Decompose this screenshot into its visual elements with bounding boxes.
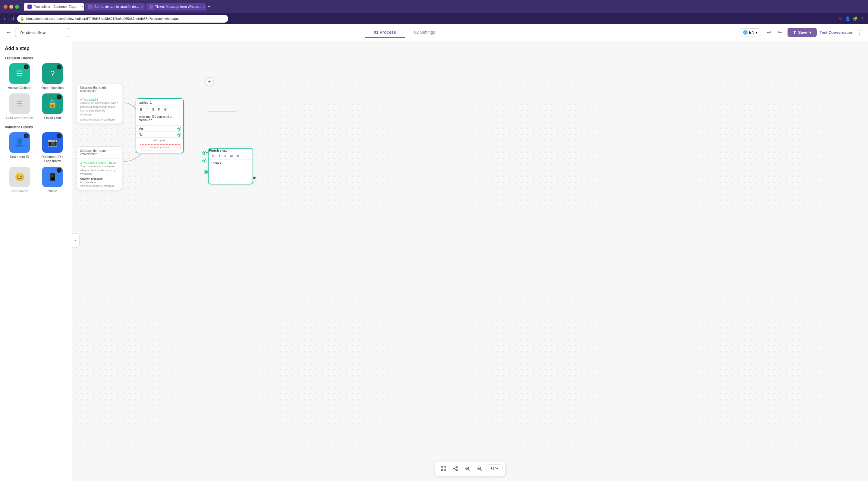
block-finish-chat[interactable]: i 🔒 Finish Chat [38, 93, 67, 120]
block-open-question[interactable]: i ? Open Question [38, 63, 67, 90]
finish-italic-button[interactable]: I [217, 153, 222, 158]
app-header: ← 01 Process 02 Settings 🌐 EN ▾ ↩ ↪ ⬆ Sa… [0, 24, 868, 41]
answer-text-content: welcome, Do you want to continue? [136, 113, 183, 125]
redo-button[interactable]: ↪ [775, 28, 784, 37]
validator-blocks-grid: i 👤 Document ID i 📷 Document ID + Face m… [5, 132, 67, 193]
lang-label: EN [749, 30, 754, 35]
svg-rect-0 [441, 467, 443, 468]
block-face-match[interactable]: 😊 Face match [5, 167, 34, 193]
maximize-traffic-light[interactable] [15, 5, 19, 9]
answer-toolbar: B I S M ⚙ [136, 106, 183, 113]
tab-favicon-flowbuilder [27, 4, 32, 9]
answer-options-icon: ☰ [16, 69, 23, 78]
block-icon-phone: i 📱 [42, 167, 63, 187]
tab-close-centro[interactable]: ✕ [141, 5, 144, 8]
finish-toolbar: B I S M ⚙ [209, 152, 253, 160]
zoom-in-button[interactable] [462, 463, 473, 474]
test-conversation-button[interactable]: Test Conversation [820, 30, 854, 35]
italic-button[interactable]: I [145, 107, 150, 112]
frequent-blocks-grid: i ☰ Answer Options i ? Open Question ☰ D… [5, 63, 67, 120]
tab-label-ticket: Ticket: Message from Whats/… [155, 5, 201, 8]
back-button[interactable]: ← [6, 29, 11, 36]
traffic-lights [4, 5, 19, 9]
save-button[interactable]: ⬆ Save ▾ [787, 28, 816, 37]
profile-icon[interactable]: 👤 [845, 16, 850, 21]
custom-message-value: text_zendesk [80, 181, 119, 184]
finish-chat-icon: 🔒 [48, 99, 57, 108]
undo-button[interactable]: ↩ [764, 28, 774, 37]
sidebar-collapse-toggle[interactable]: ‹ [72, 233, 80, 248]
node-message-start-bottom[interactable]: Message that starts conversation ● Your … [77, 147, 122, 190]
strikethrough-button[interactable]: S [151, 107, 156, 112]
finish-settings-button[interactable]: ⚙ [235, 153, 240, 158]
whatsapp-icon-bottom: ● Your client sends it to you [80, 161, 118, 165]
tab-label-centro: Centro de administración de… [94, 5, 139, 8]
block-icon-finish-chat: i 🔒 [42, 93, 63, 114]
svg-point-5 [453, 468, 455, 469]
tab-flowbuilder[interactable]: Flowbuilder - Customer Enga… ✕ [24, 3, 84, 10]
block-document-id[interactable]: i 👤 Document ID [5, 132, 34, 163]
new-tab-button[interactable]: + [208, 4, 210, 9]
finish-mono-button[interactable]: M [229, 153, 234, 158]
canvas[interactable]: + Message that starts conversation ● You… [72, 41, 868, 481]
option-yes-label: Yes [138, 127, 144, 130]
mono-button[interactable]: M [157, 107, 161, 112]
tab-centro[interactable]: Centro de administración de… ✕ [85, 3, 145, 10]
browser-address-bar: ‹ › ↺ 🔒 https://connect.truora.com/#/flo… [0, 13, 868, 24]
language-selector[interactable]: 🌐 EN ▾ [740, 28, 761, 36]
node-answer-options[interactable]: B I S M ⚙ welcome, Do you want to contin… [135, 98, 184, 153]
globe-icon: 🌐 [743, 30, 748, 35]
zoom-out-button[interactable] [474, 463, 485, 474]
block-answer-options[interactable]: i ☰ Answer Options [5, 63, 34, 90]
node-finish-chat[interactable]: Finish chat B I S M ⚙ Thanks. [208, 148, 253, 185]
fit-canvas-button[interactable] [438, 463, 449, 474]
tab-ticket[interactable]: Ticket: Message from Whats/… ✕ [146, 3, 206, 10]
tab-close-ticket[interactable]: ✕ [203, 5, 206, 8]
address-bar[interactable]: 🔒 https://connect.truora.com/#/flow-buil… [17, 15, 228, 23]
settings-button[interactable]: ⚙ [163, 107, 167, 112]
back-nav-button[interactable]: ‹ [4, 16, 5, 21]
url-text: https://connect.truora.com/#/flow-builde… [26, 17, 179, 21]
block-icon-answer-options: i ☰ [9, 63, 30, 84]
flow-name-input[interactable] [15, 28, 69, 37]
option-yes-connector [178, 127, 181, 130]
info-badge-finish-chat: i [57, 95, 61, 99]
header-more-button[interactable]: ⋮ [857, 29, 862, 36]
frequent-blocks-label: Frequent Blocks [5, 56, 67, 60]
block-phone[interactable]: i 📱 Phone [38, 167, 67, 193]
svg-line-12 [468, 470, 470, 471]
node-start-top-header: Message that starts conversation [77, 84, 122, 95]
reload-button[interactable]: ↺ [11, 16, 15, 21]
block-label-open-question: Open Question [41, 86, 64, 90]
finish-bold-button[interactable]: B [211, 153, 216, 158]
close-traffic-light[interactable] [4, 5, 7, 9]
bold-button[interactable]: B [138, 107, 144, 112]
tab-close-flowbuilder[interactable]: ✕ [82, 5, 84, 8]
finish-strikethrough-button[interactable]: S [223, 153, 228, 158]
tab-settings[interactable]: 02 Settings [405, 27, 444, 38]
svg-line-15 [480, 470, 482, 471]
node-message-start-top[interactable]: Message that starts conversation ● You s… [77, 83, 122, 124]
tab-process[interactable]: 01 Process [365, 27, 405, 38]
block-label-answer-options: Answer Options [8, 86, 31, 90]
header-tabs: 01 Process 02 Settings [73, 27, 736, 38]
info-badge-phone: i [57, 168, 61, 173]
add-option-button[interactable]: Add option [136, 137, 183, 143]
answer-title-input[interactable] [138, 101, 181, 104]
block-document-face[interactable]: i 📷 Document ID + Face match [38, 132, 67, 163]
block-data-authorization[interactable]: ☰ Data Authorization [5, 93, 34, 120]
whatsapp-icon-top: ● You send it [80, 98, 98, 101]
no-connection-dot [203, 159, 206, 162]
share-canvas-button[interactable] [450, 463, 461, 474]
minimize-traffic-light[interactable] [9, 5, 13, 9]
lock-icon: 🔒 [20, 17, 24, 21]
bookmark-icon[interactable]: ☆ [839, 16, 843, 21]
forward-nav-button[interactable]: › [7, 16, 9, 21]
svg-line-8 [455, 469, 456, 470]
option-no-label: No [138, 133, 143, 136]
add-node-button[interactable]: + [205, 77, 214, 86]
document-face-icon: 📷 [48, 138, 57, 147]
extension-icon[interactable]: 🧩 [852, 16, 858, 21]
more-icon[interactable]: ⋮ [860, 16, 864, 21]
svg-rect-2 [441, 469, 443, 471]
